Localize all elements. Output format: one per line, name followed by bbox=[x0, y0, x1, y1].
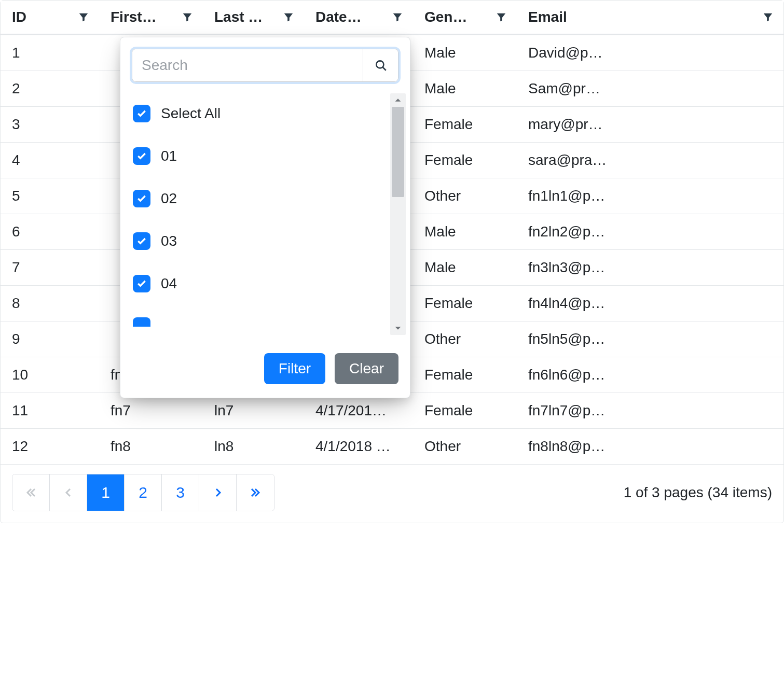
cell-last: ln8 bbox=[203, 429, 304, 464]
column-label: Gen… bbox=[424, 9, 467, 25]
pager-page-3[interactable]: 3 bbox=[162, 474, 199, 511]
filter-search-wrap bbox=[120, 37, 410, 90]
grid-header: ID First… Last … Date… Gen… bbox=[1, 1, 783, 35]
cell-gender: Male bbox=[413, 214, 517, 249]
filter-option-label: 04 bbox=[161, 275, 177, 292]
table-row[interactable]: 12fn8ln84/1/2018 …Otherfn8ln8@p… bbox=[1, 429, 783, 464]
table-row[interactable]: 11fn7ln74/17/201…Femalefn7ln7@p… bbox=[1, 393, 783, 429]
filter-icon[interactable] bbox=[182, 11, 193, 23]
filter-popup: Select All 01 02 bbox=[120, 37, 410, 398]
data-grid: ID First… Last … Date… Gen… bbox=[0, 0, 784, 523]
filter-icon[interactable] bbox=[762, 11, 774, 23]
cell-email: fn6ln6@p… bbox=[517, 357, 783, 393]
column-label: Email bbox=[528, 9, 567, 25]
cell-first: fn8 bbox=[99, 429, 203, 464]
cell-gender: Other bbox=[413, 178, 517, 214]
cell-email: fn7ln7@p… bbox=[517, 393, 783, 428]
pager-bar: 1 2 3 1 of 3 pages (34 items) bbox=[1, 464, 783, 523]
svg-point-0 bbox=[376, 61, 383, 68]
cell-id: 3 bbox=[1, 107, 99, 142]
column-header-email[interactable]: Email bbox=[517, 1, 783, 34]
cell-gender: Other bbox=[413, 429, 517, 464]
cell-last: ln7 bbox=[203, 393, 304, 428]
column-header-gender[interactable]: Gen… bbox=[413, 1, 517, 34]
cell-date: 4/1/2018 … bbox=[304, 429, 413, 464]
pager-page-2[interactable]: 2 bbox=[125, 474, 162, 511]
cell-gender: Other bbox=[413, 321, 517, 357]
checkbox-checked-icon bbox=[133, 147, 150, 165]
cell-gender: Female bbox=[413, 286, 517, 321]
filter-option[interactable]: 04 bbox=[132, 262, 407, 305]
column-header-last[interactable]: Last … bbox=[203, 1, 304, 34]
cell-date: 4/17/201… bbox=[304, 393, 413, 428]
cell-id: 6 bbox=[1, 214, 99, 249]
column-label: Last … bbox=[214, 9, 263, 25]
cell-gender: Male bbox=[413, 250, 517, 285]
column-header-date[interactable]: Date… bbox=[304, 1, 413, 34]
cell-email: fn8ln8@p… bbox=[517, 429, 783, 464]
filter-option-partial[interactable] bbox=[132, 305, 407, 327]
cell-email: fn3ln3@p… bbox=[517, 250, 783, 285]
checkbox-checked-icon bbox=[133, 190, 150, 207]
filter-icon[interactable] bbox=[283, 11, 294, 23]
filter-option-label: 02 bbox=[161, 190, 177, 207]
scroll-thumb[interactable] bbox=[392, 107, 404, 197]
scroll-up-icon[interactable] bbox=[390, 93, 406, 107]
checkbox-checked-icon bbox=[133, 105, 150, 122]
cell-id: 12 bbox=[1, 429, 99, 464]
filter-icon[interactable] bbox=[78, 11, 89, 23]
filter-options-list: Select All 01 02 bbox=[132, 92, 407, 327]
filter-option[interactable]: 02 bbox=[132, 177, 407, 220]
cell-email: fn2ln2@p… bbox=[517, 214, 783, 249]
filter-icon[interactable] bbox=[392, 11, 403, 23]
checkbox-checked-icon bbox=[133, 232, 150, 250]
cell-email: fn5ln5@p… bbox=[517, 321, 783, 357]
filter-clear-button[interactable]: Clear bbox=[335, 353, 398, 384]
cell-gender: Male bbox=[413, 71, 517, 106]
pager: 1 2 3 bbox=[12, 474, 274, 511]
column-header-first[interactable]: First… bbox=[99, 1, 203, 34]
pager-next-button[interactable] bbox=[199, 474, 237, 511]
column-header-id[interactable]: ID bbox=[1, 1, 99, 34]
cell-email: sara@pra… bbox=[517, 143, 783, 178]
cell-id: 7 bbox=[1, 250, 99, 285]
filter-scrollbar[interactable] bbox=[390, 93, 406, 335]
cell-gender: Female bbox=[413, 357, 517, 393]
pager-page-1[interactable]: 1 bbox=[87, 474, 125, 511]
filter-search-input[interactable] bbox=[132, 49, 363, 81]
column-label: Date… bbox=[315, 9, 362, 25]
cell-gender: Female bbox=[413, 143, 517, 178]
cell-id: 9 bbox=[1, 321, 99, 357]
pager-first-button[interactable] bbox=[12, 474, 50, 511]
filter-popup-footer: Filter Clear bbox=[120, 338, 410, 398]
cell-gender: Male bbox=[413, 35, 517, 71]
cell-id: 11 bbox=[1, 393, 99, 428]
filter-option[interactable]: 01 bbox=[132, 135, 407, 177]
filter-option-label: Select All bbox=[161, 105, 221, 122]
filter-option-label: 03 bbox=[161, 233, 177, 249]
cell-id: 10 bbox=[1, 357, 99, 393]
cell-id: 5 bbox=[1, 178, 99, 214]
cell-email: fn1ln1@p… bbox=[517, 178, 783, 214]
pager-info: 1 of 3 pages (34 items) bbox=[624, 484, 772, 501]
cell-gender: Female bbox=[413, 107, 517, 142]
filter-option-select-all[interactable]: Select All bbox=[132, 92, 407, 135]
checkbox-checked-icon bbox=[133, 275, 150, 292]
cell-email: fn4ln4@p… bbox=[517, 286, 783, 321]
cell-id: 1 bbox=[1, 35, 99, 71]
filter-options-area: Select All 01 02 bbox=[120, 90, 407, 338]
pager-prev-button[interactable] bbox=[50, 474, 87, 511]
cell-email: mary@pr… bbox=[517, 107, 783, 142]
scroll-down-icon[interactable] bbox=[390, 321, 406, 335]
filter-apply-button[interactable]: Filter bbox=[264, 353, 325, 384]
filter-option[interactable]: 03 bbox=[132, 220, 407, 262]
cell-id: 2 bbox=[1, 71, 99, 106]
pager-last-button[interactable] bbox=[237, 474, 274, 511]
cell-email: Sam@pr… bbox=[517, 71, 783, 106]
column-label: ID bbox=[12, 9, 26, 25]
filter-icon[interactable] bbox=[496, 11, 507, 23]
checkbox-checked-icon bbox=[133, 317, 150, 327]
cell-email: David@p… bbox=[517, 35, 783, 71]
search-button[interactable] bbox=[363, 49, 398, 81]
scroll-track[interactable] bbox=[390, 107, 406, 321]
